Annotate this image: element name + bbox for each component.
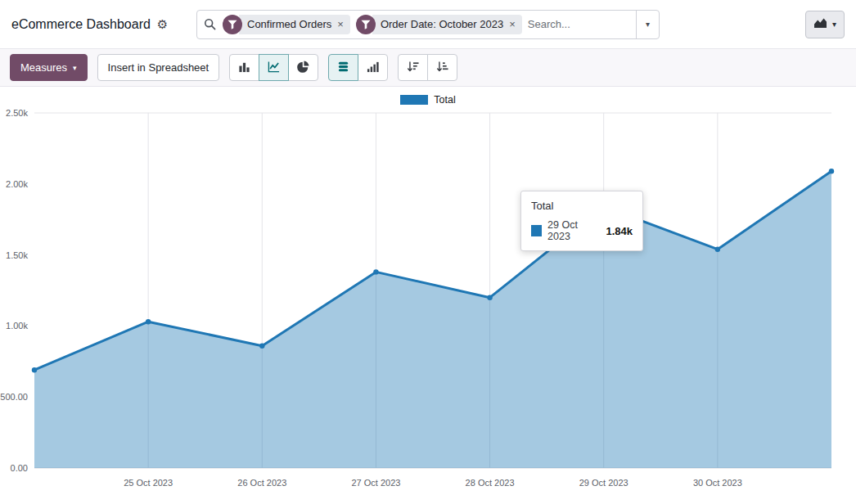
filter-icon bbox=[223, 15, 242, 34]
insert-in-spreadsheet-button[interactable]: Insert in Spreadsheet bbox=[97, 54, 220, 81]
search-icon bbox=[204, 18, 217, 31]
svg-text:1.00k: 1.00k bbox=[6, 321, 28, 331]
area-chart[interactable]: 0.00500.001.00k1.50k2.00k2.50k25 Oct 202… bbox=[0, 108, 856, 493]
sort-descending-icon bbox=[407, 61, 419, 75]
chevron-down-icon: ▾ bbox=[646, 20, 650, 29]
sort-ascending-button[interactable] bbox=[427, 54, 457, 81]
svg-text:2.00k: 2.00k bbox=[6, 179, 28, 189]
facet-remove-icon[interactable]: × bbox=[337, 18, 344, 30]
svg-text:500.00: 500.00 bbox=[0, 392, 28, 402]
cumulative-button[interactable] bbox=[358, 54, 388, 81]
svg-text:27 Oct 2023: 27 Oct 2023 bbox=[351, 478, 400, 488]
gear-icon[interactable]: ⚙ bbox=[157, 18, 168, 30]
svg-text:29 Oct 2023: 29 Oct 2023 bbox=[579, 478, 628, 488]
chart-area: Total 0.00500.001.00k1.50k2.00k2.50k25 O… bbox=[0, 87, 856, 493]
svg-text:0.00: 0.00 bbox=[11, 463, 28, 473]
line-chart-button[interactable] bbox=[259, 54, 289, 81]
bar-chart-button[interactable] bbox=[229, 54, 259, 81]
facet-label: Confirmed Orders bbox=[247, 18, 331, 30]
svg-text:30 Oct 2023: 30 Oct 2023 bbox=[693, 478, 742, 488]
measures-button[interactable]: Measures ▾ bbox=[10, 54, 88, 81]
search-input[interactable] bbox=[528, 11, 630, 38]
line-chart-icon bbox=[268, 61, 280, 75]
chart-type-group bbox=[229, 54, 318, 81]
legend-label: Total bbox=[434, 94, 455, 106]
page-title: eCommerce Dashboard bbox=[11, 17, 151, 32]
search-facet-confirmed-orders[interactable]: Confirmed Orders × bbox=[223, 15, 350, 34]
sort-descending-button[interactable] bbox=[398, 54, 428, 81]
pie-chart-icon bbox=[297, 61, 309, 75]
stacked-button[interactable] bbox=[328, 54, 358, 81]
area-chart-icon bbox=[813, 17, 827, 31]
chevron-down-icon: ▾ bbox=[832, 20, 836, 29]
pie-chart-button[interactable] bbox=[288, 54, 318, 81]
chart-options-group bbox=[328, 54, 388, 81]
svg-text:2.50k: 2.50k bbox=[6, 108, 28, 118]
top-header: eCommerce Dashboard ⚙ Confirmed Orders ×… bbox=[0, 0, 856, 49]
sort-ascending-icon bbox=[436, 61, 448, 75]
tooltip-title: Total bbox=[531, 200, 633, 212]
facet-remove-icon[interactable]: × bbox=[509, 18, 516, 30]
graph-toolbar: Measures ▾ Insert in Spreadsheet bbox=[0, 49, 856, 87]
stacked-icon bbox=[337, 61, 349, 75]
search-dropdown-toggle[interactable]: ▾ bbox=[636, 11, 659, 38]
chart-tooltip: Total 29 Oct 2023 1.84k bbox=[520, 191, 643, 251]
filter-icon bbox=[356, 15, 376, 34]
legend-color-swatch bbox=[400, 95, 428, 105]
tooltip-date: 29 Oct 2023 bbox=[547, 219, 599, 242]
facet-label: Order Date: October 2023 bbox=[381, 18, 503, 30]
bar-chart-icon bbox=[238, 61, 250, 75]
svg-text:26 Oct 2023: 26 Oct 2023 bbox=[237, 478, 286, 488]
tooltip-color-swatch bbox=[531, 225, 542, 236]
view-switcher-button[interactable]: ▾ bbox=[805, 11, 845, 38]
tooltip-value: 1.84k bbox=[606, 225, 633, 237]
tooltip-row: 29 Oct 2023 1.84k bbox=[531, 219, 633, 242]
breadcrumb: eCommerce Dashboard ⚙ bbox=[11, 17, 196, 32]
svg-text:25 Oct 2023: 25 Oct 2023 bbox=[124, 478, 173, 488]
chevron-down-icon: ▾ bbox=[73, 64, 77, 72]
search-facet-order-date[interactable]: Order Date: October 2023 × bbox=[356, 15, 522, 34]
sort-group bbox=[398, 54, 457, 81]
chart-legend[interactable]: Total bbox=[0, 87, 856, 108]
ascending-bars-icon bbox=[367, 61, 379, 75]
svg-text:1.50k: 1.50k bbox=[6, 250, 28, 260]
svg-text:28 Oct 2023: 28 Oct 2023 bbox=[466, 478, 515, 488]
search-bar[interactable]: Confirmed Orders × Order Date: October 2… bbox=[196, 10, 660, 39]
